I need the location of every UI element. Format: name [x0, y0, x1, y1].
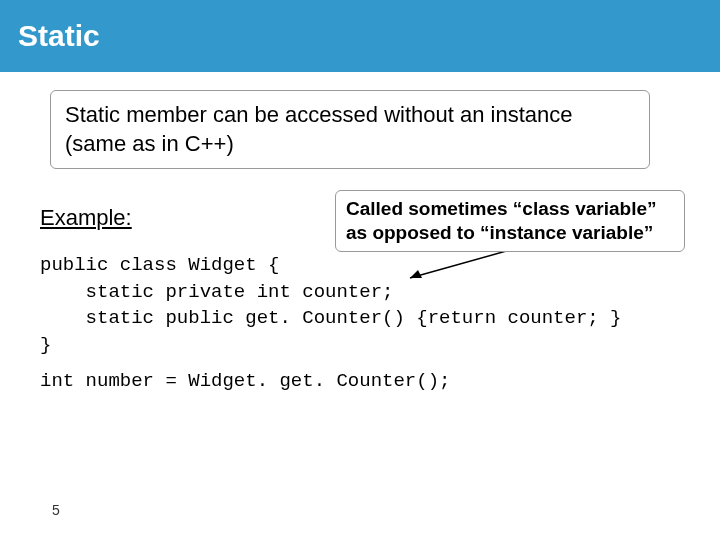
code-l1: public class Widget { — [40, 254, 279, 276]
callout-line-2: as opposed to “instance variable” — [346, 222, 653, 243]
page-number: 5 — [52, 502, 60, 518]
code-l4: } — [40, 334, 51, 356]
code-block-2: int number = Widget. get. Counter(); — [40, 370, 450, 392]
main-statement-box: Static member can be accessed without an… — [50, 90, 650, 169]
main-statement-text: Static member can be accessed without an… — [65, 102, 573, 156]
title-bar: Static — [0, 0, 720, 72]
svg-marker-1 — [410, 270, 422, 278]
slide: Static Static member can be accessed wit… — [0, 0, 720, 540]
slide-title: Static — [18, 19, 100, 53]
code-l2: static private int counter; — [40, 281, 393, 303]
example-heading: Example: — [40, 205, 132, 231]
svg-line-0 — [410, 250, 510, 278]
arrow-icon — [400, 248, 530, 283]
callout-line-1: Called sometimes “class variable” — [346, 198, 657, 219]
code-block-1: public class Widget { static private int… — [40, 252, 622, 358]
callout-box: Called sometimes “class variable” as opp… — [335, 190, 685, 252]
code-l3: static public get. Counter() {return cou… — [40, 307, 622, 329]
